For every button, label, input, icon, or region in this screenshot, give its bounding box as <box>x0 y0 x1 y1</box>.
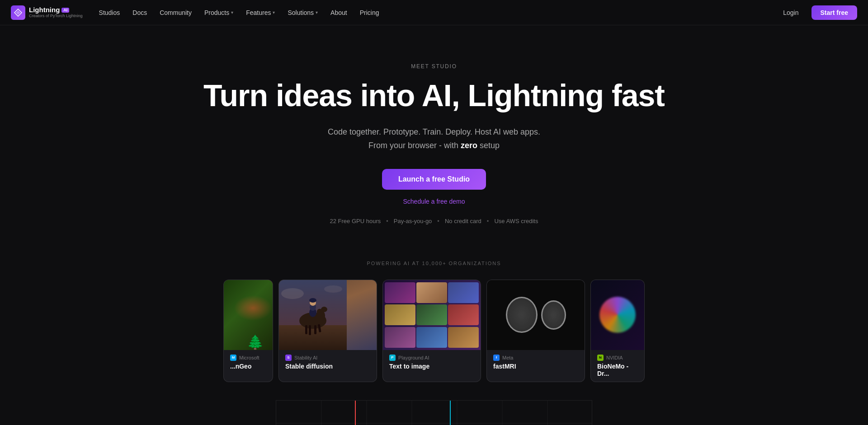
card-meta-fastmri[interactable]: f Meta fastMRI <box>486 280 585 382</box>
nav-item-solutions[interactable]: Solutions ▾ <box>282 6 323 19</box>
nvidia-badge: N <box>597 355 604 361</box>
svg-point-13 <box>321 307 327 312</box>
svg-point-17 <box>309 298 316 303</box>
card-geo-title: ...nGeo <box>230 363 266 370</box>
start-free-button[interactable]: Start free <box>811 5 857 20</box>
card-t2i-image <box>383 280 481 350</box>
bionemo-visual <box>599 297 636 333</box>
hero-subtitle-line1: Code together. Prototype. Train. Deploy.… <box>328 127 540 136</box>
chart-section: 8 <box>0 400 868 425</box>
hero-subtitle-line2-suffix: setup <box>477 141 500 150</box>
logo-icon <box>11 5 25 20</box>
nav-item-studios[interactable]: Studios <box>94 6 126 19</box>
card-stable-footer: S Stability AI Stable diffusion <box>279 350 377 374</box>
card-geo-footer: M Microsoft ...nGeo <box>224 350 273 374</box>
card-mri-image <box>487 280 585 350</box>
card-nvidia-bionemo[interactable]: N NVIDIA BioNeMo - Dr... <box>590 280 645 382</box>
stability-badge: S <box>285 355 292 361</box>
card-bionemo-title: BioNeMo - Dr... <box>597 363 638 377</box>
products-chevron-icon: ▾ <box>231 10 233 15</box>
card-bionemo-provider: N NVIDIA <box>597 355 638 361</box>
hero-eyebrow: MEET STUDIO <box>0 63 868 70</box>
nav-item-products[interactable]: Products ▾ <box>199 6 239 19</box>
meta-badge: f <box>493 355 500 361</box>
nav-actions: Login Start free <box>776 5 857 20</box>
card-geo-image: 🌲 <box>224 280 273 350</box>
card-mri-title: fastMRI <box>493 363 578 370</box>
card-t2i-provider: P Playground AI <box>389 355 474 361</box>
bullet-no-card: No credit card <box>445 218 481 224</box>
logo-text: Lightning AI Creators of PyTorch Lightni… <box>29 6 83 18</box>
chart-svg: 8 <box>276 401 592 425</box>
playground-badge: P <box>389 355 396 361</box>
hero-section: MEET STUDIO Turn ideas into AI, Lightnin… <box>0 0 868 252</box>
card-geo-provider: M Microsoft <box>230 355 266 361</box>
nav-item-community[interactable]: Community <box>154 6 197 19</box>
hero-subtitle-line2-prefix: From your browser - with <box>368 141 461 150</box>
bullet-aws: Use AWS credits <box>494 218 538 224</box>
login-button[interactable]: Login <box>776 6 806 19</box>
cards-strip: 🌲 M Microsoft ...nGeo <box>0 280 868 382</box>
card-stable-title: Stable diffusion <box>285 363 370 370</box>
card-microsoft-geo[interactable]: 🌲 M Microsoft ...nGeo <box>223 280 273 382</box>
bullet-payg: Pay-as-you-go <box>394 218 432 224</box>
hero-bullets: 22 Free GPU hours • Pay-as-you-go • No c… <box>0 218 868 224</box>
logo-title-text: Lightning <box>29 6 60 14</box>
powering-label: POWERING AI AT 10,000+ ORGANIZATIONS <box>0 261 868 266</box>
card-playground-t2i[interactable]: P Playground AI Text to image <box>382 280 481 382</box>
card-bionemo-image <box>591 280 644 350</box>
launch-free-studio-button[interactable]: Launch a free Studio <box>382 169 486 190</box>
svg-point-5 <box>324 285 342 293</box>
svg-rect-9 <box>309 325 311 335</box>
svg-rect-7 <box>304 318 322 324</box>
stable-diffusion-illustration <box>279 280 347 350</box>
card-mri-footer: f Meta fastMRI <box>487 350 585 374</box>
nav-item-docs[interactable]: Docs <box>127 6 152 19</box>
svg-point-4 <box>281 288 304 299</box>
card-mri-provider: f Meta <box>493 355 578 361</box>
svg-rect-8 <box>305 325 307 334</box>
card-bionemo-footer: N NVIDIA BioNeMo - Dr... <box>591 350 644 382</box>
navbar: Lightning AI Creators of PyTorch Lightni… <box>0 0 868 25</box>
nav-links: Studios Docs Community Products ▾ Featur… <box>94 6 776 19</box>
nav-item-pricing[interactable]: Pricing <box>354 6 385 19</box>
hero-subtitle-highlight: zero <box>461 141 477 150</box>
card-t2i-footer: P Playground AI Text to image <box>383 350 481 374</box>
card-stable-image <box>279 280 377 350</box>
nav-item-features[interactable]: Features ▾ <box>241 6 280 19</box>
microsoft-badge: M <box>230 355 236 361</box>
svg-rect-3 <box>279 325 347 350</box>
schedule-demo-link[interactable]: Schedule a free demo <box>0 198 868 205</box>
hero-title: Turn ideas into AI, Lightning fast <box>0 79 868 112</box>
card-stable-provider: S Stability AI <box>285 355 370 361</box>
hero-subtitle: Code together. Prototype. Train. Deploy.… <box>0 125 868 153</box>
solutions-chevron-icon: ▾ <box>316 10 318 15</box>
logo[interactable]: Lightning AI Creators of PyTorch Lightni… <box>11 5 83 20</box>
chart-container: 8 <box>276 400 592 425</box>
card-t2i-title: Text to image <box>389 363 474 370</box>
card-stability-sd[interactable]: S Stability AI Stable diffusion <box>278 280 377 382</box>
mri-circle-left <box>506 297 538 333</box>
features-chevron-icon: ▾ <box>273 10 275 15</box>
svg-rect-10 <box>314 325 316 334</box>
logo-ai-badge: AI <box>61 8 69 13</box>
nav-item-about[interactable]: About <box>325 6 353 19</box>
geo-tree-icon: 🌲 <box>247 334 264 350</box>
bullet-gpu-hours: 22 Free GPU hours <box>330 218 381 224</box>
mri-circle-right <box>541 300 566 330</box>
powering-section: POWERING AI AT 10,000+ ORGANIZATIONS <box>0 261 868 266</box>
logo-subtitle: Creators of PyTorch Lightning <box>29 14 83 19</box>
